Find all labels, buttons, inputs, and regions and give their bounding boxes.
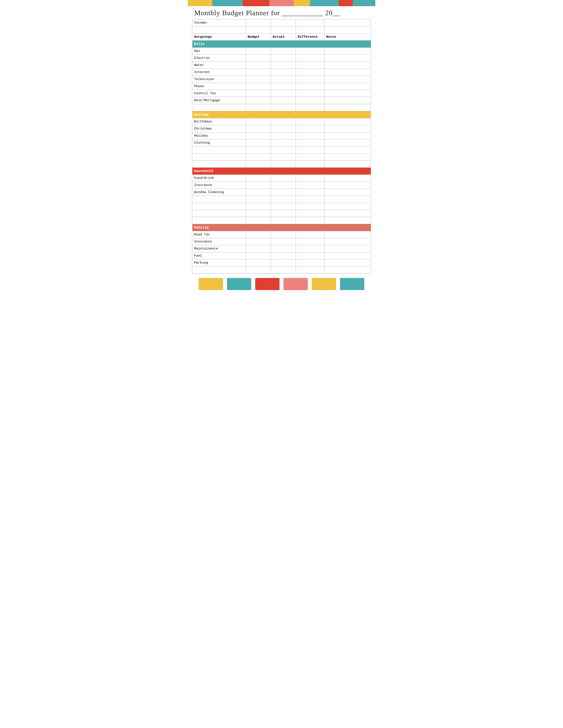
table-cell <box>324 146 371 154</box>
table-row: Food/Drink <box>192 175 371 182</box>
section-header-row: Savings <box>192 111 371 118</box>
table-cell <box>246 217 271 224</box>
table-cell <box>271 189 296 196</box>
table-cell <box>192 203 246 210</box>
table-row: Income: <box>192 19 371 26</box>
section-header-cell: Savings <box>192 111 371 118</box>
table-row: Internet <box>192 69 371 76</box>
table-cell: Food/Drink <box>192 175 246 182</box>
table-cell <box>192 210 246 217</box>
table-cell <box>246 69 271 76</box>
table-cell <box>296 62 324 69</box>
table-cell: Insurance <box>192 238 246 245</box>
top-bar-segment <box>339 0 353 6</box>
table-cell <box>296 252 324 259</box>
table-cell <box>246 245 271 252</box>
table-cell <box>296 161 324 168</box>
table-cell <box>246 203 271 210</box>
table-cell <box>296 83 324 90</box>
table-cell <box>296 231 324 238</box>
table-row <box>192 154 371 161</box>
table-cell <box>271 19 296 26</box>
table-cell <box>246 139 271 146</box>
table-cell <box>271 90 296 97</box>
table-row: Christmas <box>192 125 371 132</box>
table-cell: Insurance <box>192 182 246 189</box>
table-cell <box>271 259 296 266</box>
table-cell <box>324 210 371 217</box>
table-cell <box>271 252 296 259</box>
table-cell <box>324 83 371 90</box>
table-cell <box>246 189 271 196</box>
table-cell <box>324 62 371 69</box>
table-cell <box>271 238 296 245</box>
table-cell <box>324 125 371 132</box>
section-header-row: Bills <box>192 41 371 48</box>
table-cell <box>271 203 296 210</box>
table-row: Insurance <box>192 238 371 245</box>
table-cell <box>324 104 371 111</box>
table-cell <box>271 154 296 161</box>
table-cell <box>246 55 271 62</box>
table-cell <box>296 146 324 154</box>
table-cell: Income: <box>192 19 246 26</box>
table-cell <box>271 132 296 139</box>
section-header-cell: Bills <box>192 41 371 48</box>
table-cell: Difference <box>296 34 324 41</box>
table-cell <box>296 175 324 182</box>
table-cell: Actual <box>271 34 296 41</box>
table-cell <box>324 217 371 224</box>
table-row: Road Tax <box>192 231 371 238</box>
table-cell <box>324 69 371 76</box>
table-cell <box>324 26 371 34</box>
table-cell <box>271 217 296 224</box>
table-cell <box>246 26 271 34</box>
top-bar-segment <box>242 0 269 6</box>
table-cell <box>271 245 296 252</box>
table-cell <box>246 210 271 217</box>
table-row: Electric <box>192 55 371 62</box>
table-row: Rent/Mortgage <box>192 97 371 104</box>
table-cell <box>246 196 271 203</box>
table-cell <box>296 217 324 224</box>
table-cell <box>296 118 324 125</box>
page: Monthly Budget Planner for ___________ 2… <box>188 0 375 290</box>
table-row: Clothing <box>192 139 371 146</box>
bottom-bar-rect <box>312 278 336 290</box>
table-cell: Road Tax <box>192 231 246 238</box>
table-cell <box>296 182 324 189</box>
table-cell <box>296 196 324 203</box>
table-cell <box>324 203 371 210</box>
table-row: Fuel <box>192 252 371 259</box>
top-bar-segment <box>294 0 310 6</box>
table-cell <box>271 69 296 76</box>
table-cell <box>246 97 271 104</box>
table-cell <box>192 161 246 168</box>
table-cell <box>246 252 271 259</box>
table-cell: Fuel <box>192 252 246 259</box>
table-cell <box>246 104 271 111</box>
table-cell <box>324 76 371 83</box>
table-cell <box>271 83 296 90</box>
table-cell: Television <box>192 76 246 83</box>
table-cell: Internet <box>192 69 246 76</box>
table-cell <box>192 154 246 161</box>
table-cell <box>246 90 271 97</box>
table-cell <box>271 48 296 55</box>
table-cell <box>324 231 371 238</box>
table-cell <box>324 196 371 203</box>
table-row: Holiday <box>192 132 371 139</box>
table-cell <box>296 55 324 62</box>
table-cell <box>246 118 271 125</box>
table-cell <box>271 62 296 69</box>
table-cell <box>246 231 271 238</box>
table-cell <box>246 161 271 168</box>
table-cell <box>296 189 324 196</box>
table-cell <box>324 175 371 182</box>
table-cell <box>324 259 371 266</box>
table-cell <box>246 76 271 83</box>
table-cell <box>246 238 271 245</box>
table-row <box>192 266 371 274</box>
table-cell <box>324 97 371 104</box>
table-row <box>192 146 371 154</box>
